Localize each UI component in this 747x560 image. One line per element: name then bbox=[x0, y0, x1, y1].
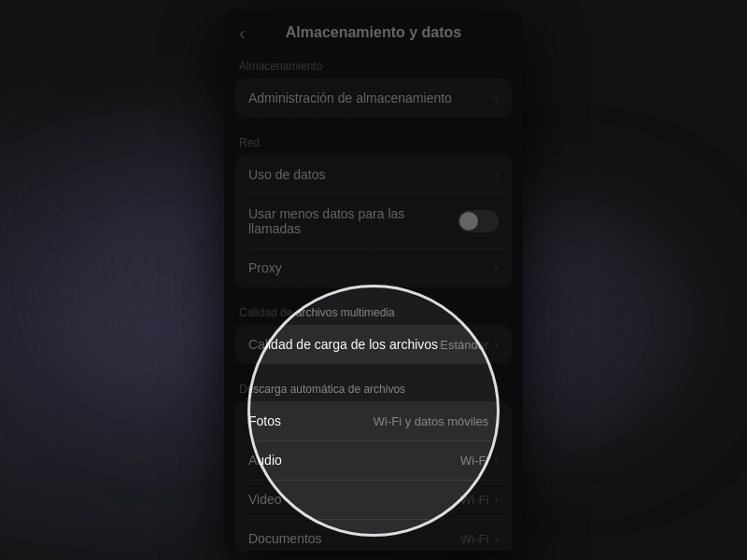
item-label: Calidad de carga de los archivos bbox=[248, 337, 438, 352]
item-right: › bbox=[494, 260, 499, 275]
chevron-icon: › bbox=[494, 531, 499, 546]
section-label-descarga: Descarga automática de archivos bbox=[235, 375, 512, 401]
list-item-fotos[interactable]: Fotos Wi-Fi y datos móviles › bbox=[235, 401, 512, 441]
item-label: Administración de almacenamiento bbox=[248, 91, 452, 105]
list-item-gestion-almacenamiento[interactable]: Administración de almacenamiento › bbox=[235, 78, 512, 118]
item-value: Wi-Fi bbox=[460, 454, 488, 468]
back-button[interactable]: ‹ bbox=[239, 22, 246, 44]
item-label: Documentos bbox=[248, 531, 322, 546]
item-label: Video bbox=[248, 492, 282, 507]
chevron-icon: › bbox=[494, 260, 499, 275]
chevron-icon: › bbox=[494, 337, 499, 352]
page-title: Almacenamiento y datos bbox=[286, 24, 462, 41]
list-item-usar-menos-datos[interactable]: Usar menos datos para las llamadas bbox=[235, 194, 512, 248]
header: ‹ Almacenamiento y datos bbox=[224, 9, 523, 52]
section-label-calidad: Calidad de archivos multimedia bbox=[235, 299, 512, 325]
item-label: Uso de datos bbox=[248, 167, 326, 182]
chevron-icon: › bbox=[494, 492, 499, 507]
item-label: Usar menos datos para las llamadas bbox=[248, 206, 458, 236]
item-label: Fotos bbox=[248, 413, 281, 428]
item-right: Wi-Fi › bbox=[460, 531, 499, 546]
usar-menos-datos-toggle[interactable] bbox=[458, 210, 499, 232]
item-right: Wi-Fi y datos móviles › bbox=[374, 413, 499, 428]
item-label: Audio bbox=[248, 453, 282, 468]
card-calidad: Calidad de carga de los archivos Estánda… bbox=[235, 325, 512, 364]
content-area: Almacenamiento Administración de almacen… bbox=[224, 52, 523, 551]
list-item-audio[interactable]: Audio Wi-Fi › bbox=[235, 441, 512, 480]
chevron-icon: › bbox=[494, 91, 499, 105]
item-value: Wi-Fi bbox=[460, 493, 488, 507]
list-item-calidad-carga[interactable]: Calidad de carga de los archivos Estánda… bbox=[235, 325, 512, 364]
item-right bbox=[458, 210, 499, 232]
section-label-almacenamiento: Almacenamiento bbox=[235, 52, 512, 78]
item-label: Proxy bbox=[248, 260, 282, 275]
item-value: Estándar bbox=[440, 338, 488, 352]
item-right: › bbox=[494, 167, 499, 182]
list-item-documentos[interactable]: Documentos Wi-Fi › bbox=[235, 519, 512, 551]
card-descarga: Fotos Wi-Fi y datos móviles › Audio Wi-F… bbox=[235, 401, 512, 551]
item-right: Wi-Fi › bbox=[460, 492, 499, 507]
toggle-thumb bbox=[459, 212, 478, 231]
chevron-icon: › bbox=[494, 413, 499, 428]
chevron-icon: › bbox=[494, 167, 499, 182]
item-right: Wi-Fi › bbox=[460, 453, 499, 468]
list-item-video[interactable]: Video Wi-Fi › bbox=[235, 480, 512, 519]
card-red: Uso de datos › Usar menos datos para las… bbox=[235, 155, 512, 287]
item-value: Wi-Fi bbox=[460, 532, 488, 546]
chevron-icon: › bbox=[494, 453, 499, 468]
item-right: Estándar › bbox=[440, 337, 499, 352]
card-almacenamiento: Administración de almacenamiento › bbox=[235, 78, 512, 118]
item-right: › bbox=[494, 91, 499, 105]
section-label-red: Red bbox=[235, 129, 512, 155]
list-item-uso-datos[interactable]: Uso de datos › bbox=[235, 155, 512, 194]
list-item-proxy[interactable]: Proxy › bbox=[235, 248, 512, 287]
item-value: Wi-Fi y datos móviles bbox=[374, 414, 489, 428]
